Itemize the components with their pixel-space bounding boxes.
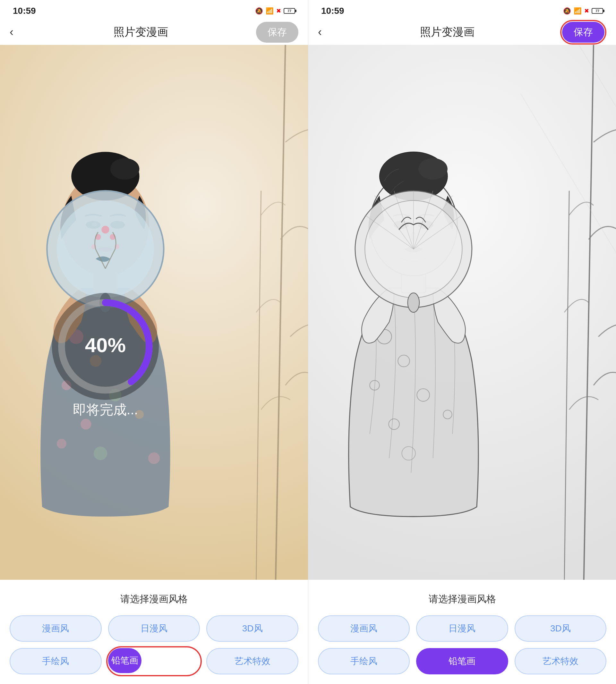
save-button-left[interactable]: 保存 xyxy=(256,22,299,43)
illustration-svg-left: 40% 即将完成... xyxy=(0,45,308,580)
status-bar-right: 10:59 🔕 📶 ✖ 77 xyxy=(308,0,616,19)
status-time-right: 10:59 xyxy=(321,6,344,16)
svg-point-34 xyxy=(102,226,109,233)
svg-point-24 xyxy=(110,158,139,180)
battery-icon-right: 77 xyxy=(592,8,603,14)
wifi-icon-left: 📶 xyxy=(266,7,274,15)
back-button-left[interactable]: ‹ xyxy=(9,25,26,39)
nav-bar-left: ‹ 照片变漫画 保存 xyxy=(0,19,308,45)
image-area-left: 40% 即将完成... xyxy=(0,45,308,580)
style-btn-anime-right[interactable]: 日漫风 xyxy=(416,615,508,642)
style-btn-art-left[interactable]: 艺术特效 xyxy=(206,648,299,675)
illustration-left: 40% 即将完成... xyxy=(0,45,308,580)
svg-point-32 xyxy=(57,200,154,298)
style-btn-pencil-right[interactable]: 铅笔画 xyxy=(416,648,508,675)
nav-bar-right: ‹ 照片变漫画 保存 xyxy=(308,19,616,45)
style-btn-manga-left[interactable]: 漫画风 xyxy=(9,615,102,642)
save-button-wrapper-right: 保存 xyxy=(560,20,607,45)
bell-mute-icon-left: 🔕 xyxy=(255,7,263,15)
style-btn-manga-right[interactable]: 漫画风 xyxy=(318,615,410,642)
svg-point-18 xyxy=(94,447,107,460)
svg-point-19 xyxy=(57,439,66,448)
svg-point-67 xyxy=(418,158,447,180)
page-title-left: 照片变漫画 xyxy=(26,25,256,40)
style-title-right: 请选择漫画风格 xyxy=(318,593,607,606)
bell-mute-icon-right: 🔕 xyxy=(563,7,571,15)
signal-x-icon-left: ✖ xyxy=(276,7,281,15)
style-btn-pencil-left[interactable]: 铅笔画 xyxy=(108,648,141,673)
signal-x-icon-right: ✖ xyxy=(584,7,589,15)
illustration-right xyxy=(308,45,616,580)
style-btn-pencil-wrapper-left: 铅笔画 xyxy=(108,648,200,675)
svg-text:40%: 40% xyxy=(85,334,126,356)
right-panel: 10:59 🔕 📶 ✖ 77 ‹ 照片变漫画 保存 xyxy=(308,0,616,684)
status-bar-left: 10:59 🔕 📶 ✖ 77 xyxy=(0,0,308,19)
svg-text:即将完成...: 即将完成... xyxy=(73,402,138,417)
style-section-right: 请选择漫画风格 漫画风 日漫风 3D风 手绘风 铅笔画 艺术特效 xyxy=(308,580,616,684)
style-title-left: 请选择漫画风格 xyxy=(9,593,299,606)
style-btn-3d-left[interactable]: 3D风 xyxy=(206,615,299,642)
style-btn-anime-left[interactable]: 日漫风 xyxy=(108,615,200,642)
style-btn-3d-right[interactable]: 3D风 xyxy=(514,615,607,642)
style-grid-right: 漫画风 日漫风 3D风 手绘风 铅笔画 艺术特效 xyxy=(318,615,607,675)
status-icons-left: 🔕 📶 ✖ 77 xyxy=(255,7,295,15)
left-panel: 10:59 🔕 📶 ✖ 77 ‹ 照片变漫画 保存 xyxy=(0,0,308,684)
wifi-icon-right: 📶 xyxy=(574,7,582,15)
style-btn-hand-left[interactable]: 手绘风 xyxy=(9,648,102,675)
style-btn-hand-right[interactable]: 手绘风 xyxy=(318,648,410,675)
status-time-left: 10:59 xyxy=(13,6,36,16)
style-btn-art-right[interactable]: 艺术特效 xyxy=(514,648,607,675)
illustration-svg-right xyxy=(308,45,616,580)
page-title-right: 照片变漫画 xyxy=(334,25,560,40)
style-grid-left: 漫画风 日漫风 3D风 手绘风 铅笔画 艺术特效 xyxy=(9,615,299,675)
image-area-right xyxy=(308,45,616,580)
save-button-right[interactable]: 保存 xyxy=(562,22,604,43)
svg-point-20 xyxy=(148,453,160,464)
back-button-right[interactable]: ‹ xyxy=(318,25,334,39)
status-icons-right: 🔕 📶 ✖ 77 xyxy=(563,7,603,15)
svg-point-72 xyxy=(408,293,419,312)
battery-icon-left: 77 xyxy=(284,8,295,14)
style-section-left: 请选择漫画风格 漫画风 日漫风 3D风 手绘风 铅笔画 艺术特效 xyxy=(0,580,308,684)
svg-point-16 xyxy=(81,419,91,429)
